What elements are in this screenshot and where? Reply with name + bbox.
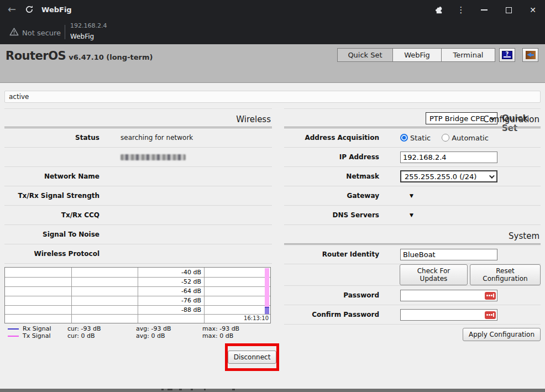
password-manager-icon[interactable] [485,292,496,300]
signal-to-noise-row: Signal To Noise [4,225,272,244]
confirm-password-input[interactable] [401,310,497,320]
redacted-value [120,154,186,160]
disconnect-area: Disconnect [4,339,272,370]
chart-legend: Rx Signal cur: -93 dB avg: -93 dB max: -… [4,325,272,339]
status-value: searching for network [120,134,193,142]
dns-servers-label: DNS Servers [284,211,379,219]
annotation-highlight-box: Disconnect [225,343,279,371]
tx-line-swatch [8,336,19,337]
radio-option-static[interactable]: Static [400,134,431,142]
radio-automatic[interactable] [442,134,449,142]
brand-name: RouterOS [6,49,66,62]
password-row: Password [284,286,541,305]
main-content: active Wireless Status searching for net… [0,83,545,370]
confirm-password-label: Confirm Password [284,311,379,318]
y-tick: -40 dB [181,268,201,277]
logout-button[interactable] [522,48,538,62]
dns-servers-row: DNS Servers ▼ [284,206,541,225]
refresh-icon[interactable] [25,5,34,16]
netmask-select[interactable]: 255.255.255.0 (/24) [400,170,497,182]
grid-line [5,286,270,287]
apply-row: Apply Configuration [284,325,541,344]
axis-line [5,314,270,315]
tab-quick-set[interactable]: Quick Set [337,48,393,62]
wireless-section-title: Wireless [4,108,272,128]
apply-configuration-button[interactable]: Apply Configuration [463,328,541,341]
logout-icon [526,51,536,59]
netmask-label: Netmask [284,173,379,180]
grid-line [5,277,270,278]
minimize-button[interactable] [472,0,496,20]
chevron-down-icon [489,173,495,179]
password-manager-icon[interactable] [485,311,496,319]
router-identity-row: Router Identity [284,245,541,264]
network-name-row: Network Name [4,167,272,186]
close-button[interactable]: ✕ [521,0,545,20]
signal-strength-label: Tx/Rx Signal Strength [4,192,99,200]
password-label: Password [284,291,379,299]
check-for-updates-button[interactable]: Check For Updates [400,264,468,285]
ip-address-label: IP Address [284,153,379,161]
rx-line-swatch [8,328,19,330]
grid-line [5,305,270,306]
divider [65,25,65,39]
system-section-title: System [284,225,541,245]
ip-address-input[interactable] [400,151,497,163]
netmask-value: 255.255.255.0 (/24) [405,173,476,181]
radio-automatic-label: Automatic [452,134,489,142]
tx-avg: avg: 0 dB [136,332,202,339]
titlebar: ← WebFig ⋮ ✕ [0,0,545,20]
confirm-password-row: Confirm Password [284,305,541,325]
grid-line [5,296,270,296]
brand: RouterOSv6.47.10 (long-term) [6,49,153,62]
legend-row-rx: Rx Signal cur: -93 dB avg: -93 dB max: -… [4,325,272,332]
router-identity-input[interactable] [400,249,497,260]
maximize-button[interactable] [496,0,521,20]
time-axis-label: 16:13:10 [244,315,269,321]
grid-line [71,268,72,323]
wireless-protocol-label: Wireless Protocol [4,250,99,258]
grid-line [138,268,138,323]
infobar: Not secure 192.168.2.4 WebFig [0,20,545,44]
password-input[interactable] [401,290,497,301]
url-host: 192.168.2.4 [70,22,107,29]
y-tick: -88 dB [181,305,201,315]
gateway-label: Gateway [284,192,379,200]
network-name-label: Network Name [4,173,99,180]
status-banner: active [4,91,541,103]
url-page-title: WebFig [70,33,94,40]
expand-triangle-icon[interactable]: ▼ [410,193,413,198]
tx-cur: cur: 0 dB [67,332,136,339]
gateway-row: Gateway ▼ [284,186,541,206]
status-banner-text: active [9,93,29,101]
disconnect-button[interactable]: Disconnect [228,351,277,364]
address-acquisition-label: Address Acquisition [284,134,379,142]
tab-webfig[interactable]: WebFig [392,48,442,62]
back-icon[interactable]: ← [8,4,16,15]
ip-address-row: IP Address [284,148,541,167]
tab-terminal[interactable]: Terminal [441,48,495,62]
browser-chrome: ← WebFig ⋮ ✕ N [0,0,545,44]
y-tick: -64 dB [181,286,201,296]
status-label: Status [4,134,99,142]
ccq-label: Tx/Rx CCQ [4,211,99,219]
rx-signal-area [265,307,269,314]
help-button[interactable]: ? [499,48,515,62]
expand-triangle-icon[interactable]: ▼ [410,212,413,218]
radio-static[interactable] [400,134,408,142]
menu-icon[interactable]: ⋮ [450,0,472,20]
rx-avg: avg: -93 dB [136,325,202,332]
extensions-icon[interactable] [428,0,450,20]
configuration-panel: Configuration Address Acquisition Static… [284,108,541,370]
rx-cur: cur: -93 dB [67,325,136,332]
legend-row-tx: Tx Signal cur: 0 dB avg: 0 dB max: 0 dB [4,332,272,339]
reset-configuration-button[interactable]: Reset Configuration [470,264,541,285]
radio-option-automatic[interactable]: Automatic [442,134,489,142]
window-title: WebFig [41,6,72,14]
configuration-section-title: Configuration [284,108,541,128]
tx-series-name: Tx Signal [23,332,51,339]
ccq-row: Tx/Rx CCQ [4,206,272,225]
router-identity-label: Router Identity [284,250,379,258]
signal-strength-row: Tx/Rx Signal Strength [4,186,272,206]
security-status[interactable]: Not secure [22,29,61,37]
